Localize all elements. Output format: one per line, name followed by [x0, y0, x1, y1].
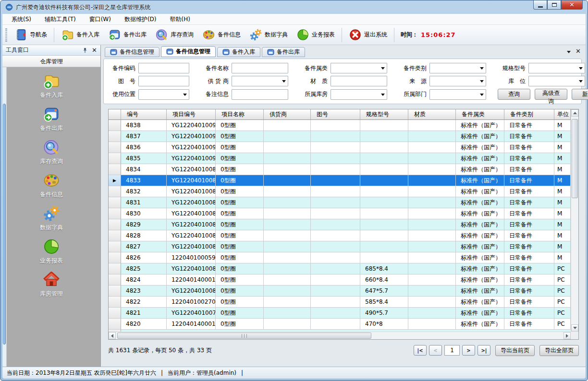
row-header-cell[interactable]	[109, 219, 121, 230]
horizontal-scrollbar-thumb[interactable]	[117, 333, 371, 339]
export-all-pages-button[interactable]: 导出全部页	[539, 345, 579, 356]
remark-input[interactable]	[232, 89, 288, 100]
maximize-button[interactable]	[547, 0, 561, 10]
warehouse-select[interactable]	[331, 89, 387, 100]
minimize-button[interactable]	[533, 0, 547, 10]
spec-model-select[interactable]	[528, 63, 585, 73]
sidebar-item-data-dictionary[interactable]: 数据字典	[23, 205, 80, 232]
vertical-scrollbar-thumb[interactable]	[572, 119, 578, 198]
row-header-cell[interactable]	[109, 164, 121, 175]
vertical-scrollbar[interactable]	[571, 109, 578, 332]
menu-item-4[interactable]: 数据维护(D)	[119, 14, 162, 25]
row-header-cell[interactable]: ▶	[109, 175, 121, 186]
query-button[interactable]: 查询	[498, 89, 530, 100]
table-row-4824[interactable]: 482412204014000120型圈660*8.4标准件（国产）日常备件PC	[109, 274, 571, 286]
column-header-7[interactable]: 材质	[408, 109, 456, 120]
first-page-button[interactable]: |<	[414, 345, 427, 356]
usage-position-select[interactable]	[138, 89, 189, 100]
row-header-cell[interactable]	[109, 274, 121, 286]
row-header-cell[interactable]	[109, 308, 121, 319]
row-header-cell[interactable]	[109, 319, 121, 330]
toolbar-button-parts-info[interactable]: 备件信息	[198, 26, 245, 43]
drawing-no-input[interactable]	[138, 76, 189, 86]
part-category-select[interactable]	[429, 63, 486, 73]
pin-icon[interactable]	[82, 48, 88, 53]
tab-4[interactable]: 备件出库	[262, 47, 305, 57]
sidebar-section-header[interactable]: 仓库管理	[2, 56, 100, 67]
table-row-4823[interactable]: 4823YG122040100800型圈647*5.7标准件（国产）日常备件PC	[109, 286, 571, 297]
column-header-5[interactable]: 图号	[311, 109, 360, 120]
table-row-4825[interactable]: 4825YG122040100810型圈685*8.4标准件（国产）日常备件PC	[109, 263, 571, 274]
sidebar-scrollbar-thumb[interactable]	[3, 104, 6, 345]
scroll-right-icon[interactable]	[564, 332, 571, 339]
menu-item-5[interactable]: 帮助(H)	[165, 14, 196, 25]
part-code-input[interactable]	[138, 63, 189, 73]
row-header-cell[interactable]	[109, 197, 121, 208]
scroll-up-icon[interactable]	[571, 109, 578, 117]
column-header-6[interactable]: 规格型号	[360, 109, 408, 120]
source-select[interactable]	[429, 76, 486, 86]
table-row-4831[interactable]: 4831YG122040100860型圈标准件（国产）日常备件M	[109, 197, 571, 208]
tab-1[interactable]: 备件信息管理	[105, 47, 159, 57]
toolbar-button-navbar[interactable]: 导航条	[10, 26, 51, 43]
row-header-cell[interactable]	[109, 142, 121, 153]
page-number-input[interactable]	[444, 345, 460, 356]
export-current-page-button[interactable]: 导出当前页	[495, 345, 535, 356]
column-header-9[interactable]: 备件类别	[504, 109, 554, 120]
scroll-left-icon[interactable]	[109, 332, 116, 339]
horizontal-scrollbar[interactable]	[109, 332, 571, 339]
menu-item-2[interactable]: 辅助工具(T)	[39, 14, 81, 25]
toolbar-button-data-dictionary[interactable]: 数据字典	[245, 26, 292, 43]
last-page-button[interactable]: >|	[478, 345, 490, 356]
sidebar-item-parts-inbound[interactable]: 备件入库	[23, 72, 80, 99]
table-row-4833[interactable]: ▶4833YG122040100880型圈标准件（国产）日常备件M	[109, 175, 571, 186]
toolbar-button-business-report[interactable]: 业务报表	[292, 26, 339, 43]
row-header-cell[interactable]	[109, 286, 121, 297]
sidebar-item-business-report[interactable]: 业务报表	[23, 238, 80, 265]
sidebar-scrollbar[interactable]	[2, 67, 7, 367]
next-page-button[interactable]: >	[462, 345, 475, 356]
material-input[interactable]	[331, 76, 387, 86]
part-name-input[interactable]	[232, 63, 288, 73]
column-header-4[interactable]: 供货商	[264, 109, 311, 120]
row-header-cell[interactable]	[109, 186, 121, 197]
table-row-4835[interactable]: 4835YG122040100900型圈标准件（国产）日常备件M	[109, 153, 571, 164]
table-row-4830[interactable]: 4830YG122040100850型圈标准件（国产）日常备件M	[109, 208, 571, 219]
row-header-cell[interactable]	[109, 297, 121, 308]
row-header-cell[interactable]	[109, 120, 121, 131]
row-header-cell[interactable]	[109, 153, 121, 164]
table-row-4832[interactable]: 4832YG122040100870型圈标准件（国产）日常备件M	[109, 186, 571, 197]
sidebar-item-parts-info[interactable]: 备件信息	[23, 172, 80, 199]
column-header-1[interactable]: 编号	[121, 109, 167, 120]
tab-2-active[interactable]: 备件信息管理	[161, 46, 216, 57]
column-header-3[interactable]: 项目名称	[216, 109, 264, 120]
department-select[interactable]	[429, 89, 486, 100]
row-header-cell[interactable]	[109, 252, 121, 263]
row-header-cell[interactable]	[109, 263, 121, 274]
sidebar-close-icon[interactable]: ✕	[92, 47, 97, 53]
table-row-4821[interactable]: 4821YG122040100790型圈490*5.7标准件（国产）日常备件PC	[109, 308, 571, 319]
sidebar-item-warehouse-mgmt[interactable]: 库房管理	[23, 271, 80, 298]
toolbar-grip-icon[interactable]	[5, 28, 7, 42]
toolbar-button-inventory-query[interactable]: 库存查询	[151, 26, 198, 43]
tab-3[interactable]: 备件入库	[217, 47, 260, 57]
menu-item-1[interactable]: 系统(S)	[6, 14, 37, 25]
part-genus-select[interactable]	[331, 63, 387, 73]
tab-close-icon[interactable]: ✕	[576, 48, 581, 54]
table-row-4836[interactable]: 4836YG122040100910型圈标准件（国产）日常备件M	[109, 142, 571, 153]
tab-list-dropdown-icon[interactable]	[567, 51, 571, 53]
close-button[interactable]: ✕	[561, 0, 583, 10]
toolbar-button-parts-outbound[interactable]: 备件出库	[104, 26, 151, 43]
table-row-4826[interactable]: 482612204010005990型圈标准件（国产）日常备件M	[109, 252, 571, 263]
table-row-4838[interactable]: 4838YG122040100930型圈标准件（国产）日常备件M	[109, 120, 571, 131]
sidebar-item-inventory-query[interactable]: 库存查询	[23, 139, 80, 166]
row-header-cell[interactable]	[109, 208, 121, 219]
row-header-cell[interactable]	[109, 131, 121, 142]
table-row-4837[interactable]: 4837YG122040100920型圈标准件（国产）日常备件M	[109, 131, 571, 142]
table-row-4828[interactable]: 4828YG122040100830型圈标准件（国产）日常备件M	[109, 230, 571, 241]
advanced-query-button[interactable]: 高级查询	[535, 89, 567, 100]
toolbar-button-parts-inbound[interactable]: 备件入库	[57, 26, 104, 43]
row-header-cell[interactable]	[109, 230, 121, 241]
column-header-10[interactable]: 单位	[554, 109, 571, 120]
column-header-8[interactable]: 备件属类	[456, 109, 504, 120]
